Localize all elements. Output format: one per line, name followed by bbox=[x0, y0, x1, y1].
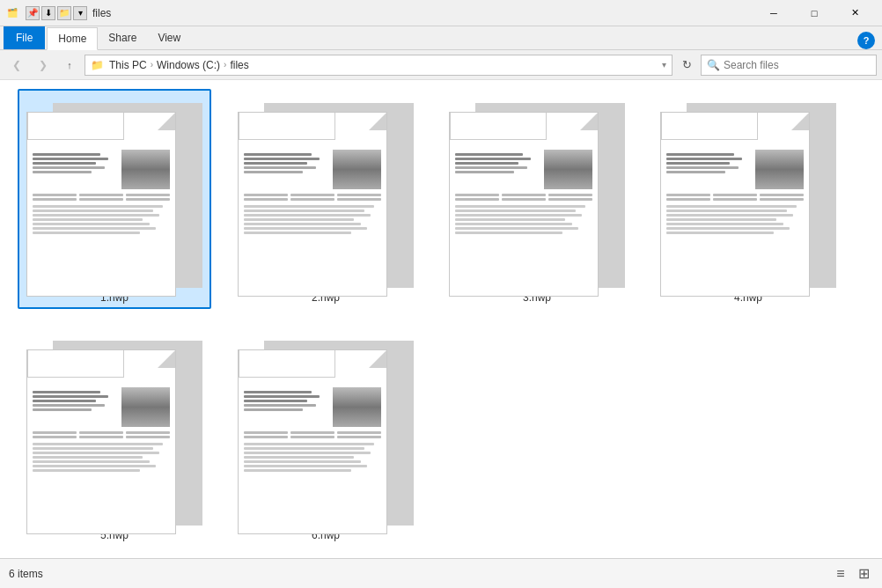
address-dropdown-icon[interactable]: ▾ bbox=[662, 60, 666, 70]
file-grid: 1.hwp bbox=[18, 89, 864, 547]
ribbon-tabs: File Home Share View ? bbox=[0, 26, 882, 49]
folder-icon[interactable]: 📁 bbox=[57, 6, 71, 20]
file-item[interactable]: 5.hwp bbox=[18, 327, 211, 547]
file-thumbnail bbox=[238, 94, 414, 288]
address-bar[interactable]: 📁 This PC › Windows (C:) › files ▾ bbox=[85, 55, 673, 76]
tab-file[interactable]: File bbox=[4, 26, 45, 49]
file-thumbnail bbox=[238, 332, 414, 526]
help-button[interactable]: ? bbox=[857, 32, 875, 49]
file-item[interactable]: 2.hwp bbox=[229, 89, 423, 309]
breadcrumb: This PC › Windows (C:) › files bbox=[109, 59, 249, 71]
file-thumbnail bbox=[449, 94, 625, 288]
expand-icon[interactable]: ▾ bbox=[73, 6, 87, 20]
tab-share[interactable]: Share bbox=[98, 26, 147, 49]
properties-icon[interactable]: ⬇ bbox=[41, 6, 55, 20]
breadcrumb-sep-2: › bbox=[224, 60, 226, 70]
search-box: 🔍 bbox=[701, 55, 877, 76]
details-view-button[interactable]: ≡ bbox=[831, 564, 850, 584]
quick-access-icon[interactable]: 📌 bbox=[26, 6, 40, 20]
file-item[interactable]: 1.hwp bbox=[18, 89, 211, 309]
file-thumbnail bbox=[26, 332, 202, 526]
breadcrumb-sep-1: › bbox=[151, 60, 153, 70]
up-button[interactable]: ↑ bbox=[58, 55, 81, 76]
search-input[interactable] bbox=[724, 59, 871, 71]
breadcrumb-folder-icon: 📁 bbox=[91, 59, 104, 71]
forward-button[interactable]: ❯ bbox=[32, 55, 55, 76]
status-bar: 6 items ≡ ⊞ bbox=[0, 558, 882, 588]
file-item[interactable]: 4.hwp bbox=[651, 89, 845, 309]
file-thumbnail bbox=[26, 94, 202, 288]
back-button[interactable]: ❮ bbox=[5, 55, 28, 76]
tab-view[interactable]: View bbox=[147, 26, 191, 49]
maximize-button[interactable]: □ bbox=[794, 0, 834, 26]
close-button[interactable]: ✕ bbox=[834, 0, 875, 26]
file-item[interactable]: 3.hwp bbox=[440, 89, 634, 309]
refresh-button[interactable]: ↻ bbox=[676, 55, 697, 76]
window-title: files bbox=[92, 7, 748, 19]
search-icon: 🔍 bbox=[707, 59, 720, 71]
breadcrumb-windows-c[interactable]: Windows (C:) bbox=[157, 59, 220, 71]
window-controls: ─ □ ✕ bbox=[753, 0, 875, 26]
view-controls: ≡ ⊞ bbox=[831, 564, 873, 584]
breadcrumb-this-pc[interactable]: This PC bbox=[109, 59, 147, 71]
main-content: 1.hwp bbox=[0, 80, 882, 559]
nav-bar: ❮ ❯ ↑ 📁 This PC › Windows (C:) › files ▾… bbox=[0, 50, 882, 80]
tab-home[interactable]: Home bbox=[47, 27, 98, 50]
file-item[interactable]: 6.hwp bbox=[229, 327, 423, 547]
item-count: 6 items bbox=[9, 568, 43, 580]
ribbon: File Home Share View ? bbox=[0, 26, 882, 50]
title-bar: 🗂️ 📌 ⬇ 📁 ▾ files ─ □ ✕ bbox=[0, 0, 882, 26]
file-thumbnail bbox=[660, 94, 836, 288]
icons-view-button[interactable]: ⊞ bbox=[854, 564, 873, 584]
breadcrumb-files[interactable]: files bbox=[230, 59, 248, 71]
minimize-button[interactable]: ─ bbox=[753, 0, 794, 26]
